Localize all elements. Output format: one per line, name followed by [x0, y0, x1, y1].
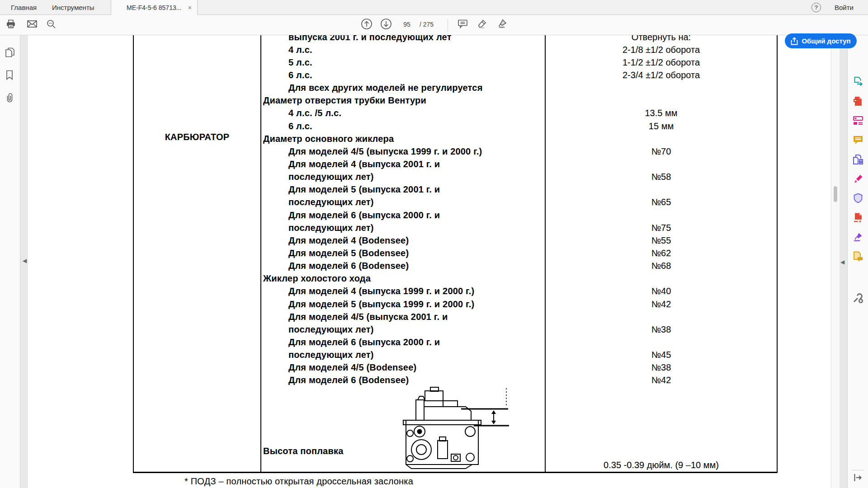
- tab-home[interactable]: Главная: [11, 0, 37, 15]
- spec-value: №62: [546, 248, 777, 258]
- page-count-label: / 275: [420, 15, 434, 35]
- spec-value: №42: [546, 299, 777, 310]
- spec-label: Для моделей 4/5 (Bodensee): [261, 362, 545, 373]
- table-row: Для всех других моделей не регулируется: [261, 82, 777, 94]
- share-icon: [791, 37, 798, 45]
- table-row: Для моделей 6 (Bodensee)№42: [261, 374, 777, 387]
- document-tab-label: ME-F4-5-6 85713...: [127, 4, 181, 11]
- tab-document[interactable]: ME-F4-5-6 85713... ×: [111, 0, 198, 15]
- tab-tools[interactable]: Инструменты: [52, 0, 94, 15]
- spec-label: Для моделей 4/5 (выпуска 1999 г. и 2000 …: [261, 146, 545, 157]
- carburetor-drawing: [398, 386, 512, 472]
- table-row: 6 л.с.15 мм: [261, 120, 777, 132]
- scrollbar[interactable]: [831, 35, 840, 488]
- compress-pdf-icon[interactable]: [852, 212, 864, 224]
- spec-label: Для моделей 4 (выпуска 1999 г. и 2000 г.…: [261, 286, 545, 296]
- spec-value: №45: [546, 350, 777, 360]
- spec-label: последующих лет): [261, 197, 545, 207]
- comment-icon[interactable]: [457, 18, 468, 29]
- tools-panel-rail: [847, 35, 868, 488]
- spec-label: последующих лет): [261, 350, 545, 360]
- left-panel-rail: [0, 35, 20, 488]
- previous-page-icon[interactable]: [361, 18, 373, 30]
- spec-label: Для моделей 6 (Bodensee): [261, 375, 545, 385]
- spec-value: №42: [546, 375, 777, 385]
- spec-value: №38: [546, 362, 777, 373]
- table-row: последующих лет)№38: [261, 323, 777, 336]
- signin-link[interactable]: Войти: [835, 0, 854, 15]
- table-row: Для моделей 4/5 (выпуска 1999 г. и 2000 …: [261, 145, 777, 158]
- spec-value: 2-1/8 ±1/2 оборота: [546, 45, 777, 55]
- footnote: * ПОДЗ – полностью открытая дроссельная …: [184, 476, 413, 487]
- share-button[interactable]: Общий доступ: [785, 33, 857, 48]
- scrollbar-thumb[interactable]: [834, 186, 837, 202]
- spec-label: Для моделей 5 (выпуска 1999 г. и 2000 г.…: [261, 299, 545, 310]
- close-icon[interactable]: ×: [188, 4, 192, 11]
- table-row: Диаметр отверстия трубки Вентури: [261, 94, 777, 107]
- edit-pdf-icon[interactable]: [852, 115, 864, 127]
- table-row: 5 л.с.1-1/2 ±1/2 оборота: [261, 56, 777, 69]
- spec-label: Для моделей 4/5 (выпуска 2001 г. и: [261, 312, 545, 322]
- collapse-left-panel-icon[interactable]: ◀: [23, 258, 27, 264]
- collapse-right-panel-icon[interactable]: ◀: [840, 259, 844, 265]
- combine-files-icon[interactable]: [852, 154, 864, 165]
- table-row: последующих лет)№75: [261, 221, 777, 234]
- toolbar-divider: [448, 19, 448, 31]
- rail-divider: [852, 470, 863, 470]
- spec-value: №40: [546, 286, 777, 296]
- table-row: последующих лет)№45: [261, 349, 777, 361]
- spec-value: 13.5 мм: [546, 108, 777, 118]
- next-page-icon[interactable]: [380, 18, 392, 30]
- print-icon[interactable]: [5, 19, 16, 29]
- sign-icon[interactable]: [496, 18, 508, 30]
- table-row: Для моделей 4 (Bodensee)№55: [261, 234, 777, 247]
- spec-label: последующих лет): [261, 324, 545, 335]
- attachments-icon[interactable]: [5, 92, 15, 105]
- search-tools-icon[interactable]: [46, 19, 57, 29]
- spec-value: Отвернуть на:: [546, 35, 777, 42]
- highlight-icon[interactable]: [476, 18, 488, 29]
- page-number-input[interactable]: 95: [400, 15, 414, 35]
- ink-sign-icon[interactable]: [852, 231, 864, 243]
- spec-value: №65: [546, 197, 777, 207]
- spec-value: 2-3/4 ±1/2 оборота: [546, 70, 777, 80]
- email-icon[interactable]: [26, 19, 38, 29]
- export-pdf-icon[interactable]: [852, 76, 864, 88]
- protect-icon[interactable]: [852, 192, 864, 204]
- add-tools-icon[interactable]: [852, 291, 864, 303]
- table-row: Диаметр основного жиклера: [261, 132, 777, 145]
- table-row: последующих лет)№58: [261, 171, 777, 183]
- spec-label: Диаметр отверстия трубки Вентури: [261, 95, 545, 106]
- table-row: Для моделей 4/5 (Bodensee)№38: [261, 361, 777, 374]
- fill-sign-icon[interactable]: [852, 173, 864, 185]
- spec-value: №58: [546, 172, 777, 182]
- spec-label: 4 л.с. /5 л.с.: [261, 108, 545, 118]
- table-row: Для моделей 4 (выпуска 2001 г. и: [261, 158, 777, 170]
- table-row: Для моделей 4 (выпуска 1999 г. и 2000 г.…: [261, 285, 777, 298]
- table-row: выпуска 2001 г. и последующих летОтверну…: [261, 35, 777, 43]
- spec-value: №75: [546, 223, 777, 233]
- spec-value: 1-1/2 ±1/2 оборота: [546, 57, 777, 68]
- spec-value: №70: [546, 146, 777, 157]
- spec-label: Для моделей 5 (Bodensee): [261, 248, 545, 258]
- spec-label: Для моделей 6 (выпуска 2000 г. и: [261, 210, 545, 221]
- spec-label: Диаметр основного жиклера: [261, 134, 545, 144]
- help-icon[interactable]: ?: [811, 3, 821, 12]
- expand-panel-icon[interactable]: [853, 473, 863, 484]
- spec-label: Жиклер холостого хода: [261, 273, 545, 284]
- create-pdf-icon[interactable]: [852, 95, 864, 107]
- table-row: Для моделей 6 (выпуска 2000 г. и: [261, 209, 777, 221]
- table-row: Для моделей 4/5 (выпуска 2001 г. и: [261, 310, 777, 323]
- tab-bar: Главная Инструменты ME-F4-5-6 85713... ×…: [0, 0, 868, 15]
- request-sign-icon[interactable]: [852, 251, 864, 263]
- bookmarks-icon[interactable]: [5, 69, 15, 83]
- table-row: Для моделей 6 (Bodensee)№68: [261, 260, 777, 272]
- spec-label: 5 л.с.: [261, 57, 545, 68]
- spec-label: последующих лет): [261, 172, 545, 182]
- spec-label: Для моделей 4 (выпуска 2001 г. и: [261, 159, 545, 169]
- comment-tool-icon[interactable]: [852, 134, 864, 146]
- page-thumbnails-icon[interactable]: [5, 47, 15, 60]
- spec-label: 4 л.с.: [261, 45, 545, 55]
- spec-label: Для моделей 4 (Bodensee): [261, 235, 545, 246]
- spec-value: №68: [546, 261, 777, 271]
